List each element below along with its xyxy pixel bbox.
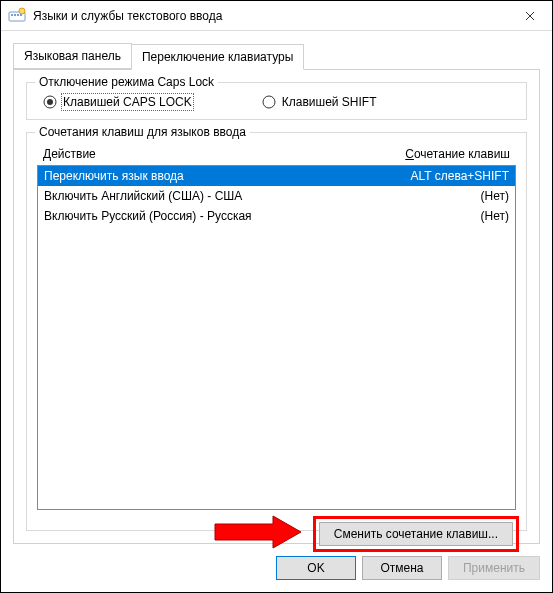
ok-button[interactable]: OK [276,556,356,580]
radio-shift-label: Клавишей SHIFT [282,95,377,109]
svg-rect-3 [17,14,19,16]
tab-page: Отключение режима Caps Lock Клавишей CAP… [13,69,540,544]
radio-capslock[interactable]: Клавишей CAPS LOCK [43,95,192,109]
titlebar: Языки и службы текстового ввода [1,1,552,31]
svg-point-8 [263,96,275,108]
list-row[interactable]: Включить Русский (Россия) - Русская (Нет… [38,206,515,226]
svg-point-7 [47,99,53,105]
window-title: Языки и службы текстового ввода [33,9,508,23]
radio-checked-icon [43,95,57,109]
capslock-group-title: Отключение режима Caps Lock [35,75,218,89]
content-area: Языковая панель Переключение клавиатуры … [1,31,552,544]
header-keys: Сочетание клавиш [405,147,510,161]
capslock-radios: Клавишей CAPS LOCK Клавишей SHIFT [37,95,516,109]
hotkeys-list[interactable]: Переключить язык ввода ALT слева+SHIFT В… [37,165,516,510]
row-keys: ALT слева+SHIFT [411,169,510,183]
close-icon [525,11,535,21]
radio-unchecked-icon [262,95,276,109]
list-header: Действие Сочетание клавиш [37,143,516,165]
row-action: Включить Русский (Россия) - Русская [44,209,481,223]
dialog-window: Языки и службы текстового ввода Языковая… [0,0,553,593]
row-action: Переключить язык ввода [44,169,411,183]
annotation-arrow-icon [213,514,303,550]
hotkeys-group-title: Сочетания клавиш для языков ввода [35,125,250,139]
list-row[interactable]: Переключить язык ввода ALT слева+SHIFT [38,166,515,186]
row-keys: (Нет) [481,209,509,223]
app-icon [7,6,27,26]
svg-rect-2 [14,14,16,16]
list-row[interactable]: Включить Английский (США) - США (Нет) [38,186,515,206]
tab-language-bar[interactable]: Языковая панель [13,43,132,69]
hotkeys-group: Сочетания клавиш для языков ввода Действ… [26,132,527,531]
radio-shift[interactable]: Клавишей SHIFT [262,95,377,109]
tab-strip: Языковая панель Переключение клавиатуры [13,43,540,69]
annotation-highlight: Сменить сочетание клавиш... [313,516,519,552]
apply-button: Применить [448,556,540,580]
row-action: Включить Английский (США) - США [44,189,481,203]
change-hotkey-button[interactable]: Сменить сочетание клавиш... [319,522,513,546]
row-keys: (Нет) [481,189,509,203]
cancel-button[interactable]: Отмена [362,556,442,580]
svg-point-5 [19,8,25,14]
tab-keyboard-switch[interactable]: Переключение клавиатуры [131,44,304,70]
header-action: Действие [43,147,405,161]
radio-capslock-label: Клавишей CAPS LOCK [63,95,192,109]
svg-rect-1 [11,14,13,16]
capslock-group: Отключение режима Caps Lock Клавишей CAP… [26,82,527,120]
close-button[interactable] [508,1,552,31]
